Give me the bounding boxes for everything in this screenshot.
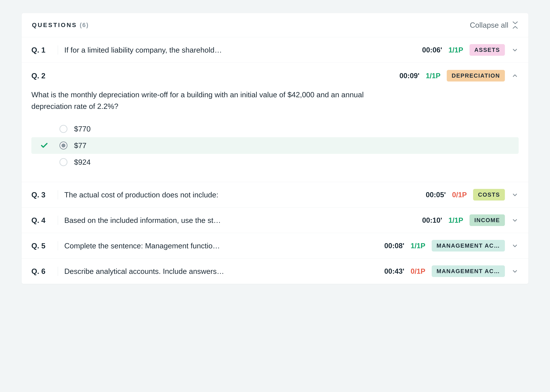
chevron-down-icon: [511, 267, 519, 275]
answer-option[interactable]: $770: [31, 121, 519, 137]
question-meta: 00:09' 1/1P DEPRECIATION: [399, 70, 519, 82]
divider: [58, 241, 58, 250]
question-score: 1/1P: [448, 216, 463, 224]
question-score: 1/1P: [448, 46, 463, 54]
radio-selected-icon: [59, 141, 68, 149]
question-expanded-header[interactable]: Q. 2 00:09' 1/1P DEPRECIATION: [31, 70, 519, 82]
question-id: Q. 4: [31, 216, 51, 224]
question-tag: COSTS: [473, 189, 505, 201]
collapse-all-label: Collapse all: [470, 21, 508, 29]
questions-count: (6): [80, 22, 89, 28]
question-tag: INCOME: [469, 214, 505, 226]
chevron-down-icon: [511, 191, 519, 198]
questions-header: QUESTIONS (6) Collapse all: [22, 13, 528, 37]
question-preview: Complete the sentence: Management functi…: [64, 241, 378, 250]
check-icon: [40, 141, 48, 149]
collapse-icon: [512, 21, 518, 29]
question-time: 00:09': [399, 72, 419, 80]
question-id: Q. 2: [31, 71, 45, 80]
divider: [58, 45, 58, 55]
question-score: 0/1P: [411, 267, 425, 275]
answer-option[interactable]: $77: [31, 137, 519, 154]
answer-option-label: $770: [74, 125, 91, 133]
page-root: QUESTIONS (6) Collapse all Q. 1 If for a…: [0, 0, 550, 392]
question-score: 1/1P: [411, 242, 425, 250]
question-meta: 00:10' 1/1P INCOME: [422, 214, 519, 226]
header-left: QUESTIONS (6): [32, 22, 89, 28]
question-meta: 00:43' 0/1P MANAGEMENT AC…: [384, 265, 519, 277]
question-time: 00:43': [384, 267, 404, 275]
questions-card: QUESTIONS (6) Collapse all Q. 1 If for a…: [21, 13, 529, 284]
chevron-up-icon: [511, 72, 519, 79]
question-row[interactable]: Q. 1 If for a limited liability company,…: [22, 37, 528, 63]
answer-option[interactable]: $924: [31, 154, 519, 170]
radio-unselected-icon: [59, 158, 68, 166]
divider: [58, 216, 58, 225]
question-preview: Based on the included information, use t…: [64, 216, 416, 224]
answer-option-label: $924: [74, 158, 91, 166]
question-preview: The actual cost of production does not i…: [64, 190, 419, 199]
question-meta: 00:06' 1/1P ASSETS: [422, 44, 519, 56]
question-tag: MANAGEMENT AC…: [432, 240, 505, 252]
question-meta: 00:05' 0/1P COSTS: [426, 189, 519, 201]
question-row[interactable]: Q. 3 The actual cost of production does …: [22, 182, 528, 208]
question-tag: DEPRECIATION: [447, 70, 505, 82]
divider: [58, 190, 58, 199]
question-row[interactable]: Q. 6 Describe analytical accounts. Inclu…: [22, 259, 528, 284]
question-time: 00:05': [426, 191, 446, 199]
question-row[interactable]: Q. 4 Based on the included information, …: [22, 208, 528, 233]
question-score: 0/1P: [452, 191, 467, 199]
question-preview: Describe analytical accounts. Include an…: [64, 267, 378, 276]
question-text: What is the monthly depreciation write-o…: [31, 89, 387, 112]
question-expanded: Q. 2 00:09' 1/1P DEPRECIATION What is th…: [22, 63, 528, 182]
question-preview: If for a limited liability company, the …: [64, 46, 416, 54]
question-tag: ASSETS: [469, 44, 505, 56]
correct-gutter: [36, 141, 53, 149]
chevron-down-icon: [511, 46, 519, 54]
collapse-all-button[interactable]: Collapse all: [470, 21, 518, 29]
question-id: Q. 5: [31, 241, 51, 250]
questions-title: QUESTIONS: [32, 22, 77, 28]
question-time: 00:10': [422, 216, 442, 224]
question-tag: MANAGEMENT AC…: [432, 265, 505, 277]
question-time: 00:06': [422, 46, 442, 54]
chevron-down-icon: [511, 217, 519, 224]
question-meta: 00:08' 1/1P MANAGEMENT AC…: [384, 240, 519, 252]
question-time: 00:08': [384, 242, 404, 250]
answer-options: $770 $77 $924: [31, 121, 519, 170]
question-id: Q. 1: [31, 46, 51, 54]
chevron-down-icon: [511, 242, 519, 250]
divider: [58, 267, 58, 276]
question-score: 1/1P: [426, 72, 440, 80]
answer-option-label: $77: [74, 141, 86, 150]
question-id: Q. 6: [31, 267, 51, 276]
question-row[interactable]: Q. 5 Complete the sentence: Management f…: [22, 233, 528, 259]
radio-unselected-icon: [59, 125, 68, 133]
question-id: Q. 3: [31, 190, 51, 199]
